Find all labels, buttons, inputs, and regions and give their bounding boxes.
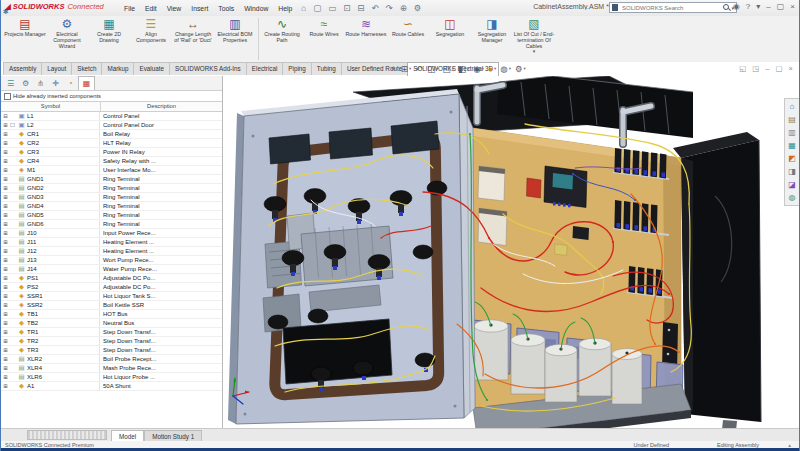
expand-icon[interactable]: ⊞ bbox=[1, 265, 10, 273]
component-row[interactable]: ⊞ ▤ XLR6 Hot Liquor Probe ... bbox=[1, 373, 222, 382]
task-home-icon[interactable]: ⌂ bbox=[790, 102, 795, 111]
projects-manager-button[interactable]: ▤ Projects Manager bbox=[4, 16, 46, 60]
expand-icon[interactable]: ⊞ bbox=[1, 382, 10, 390]
hide-show-items-icon[interactable]: ◉ ▾ bbox=[473, 64, 484, 74]
expand-icon[interactable]: ⊞ bbox=[1, 364, 10, 372]
view-palette-icon[interactable]: ▦ bbox=[788, 141, 796, 150]
route-wires-button[interactable]: ≈ Route Wires bbox=[303, 16, 345, 60]
model-tab[interactable]: Motion Study 1 bbox=[144, 430, 202, 441]
expand-icon[interactable]: ⊞ bbox=[1, 130, 10, 138]
expand-icon[interactable]: ⊞ bbox=[1, 166, 10, 174]
zoom-to-area-icon[interactable]: ⊞ ▾ bbox=[401, 64, 411, 74]
print-icon[interactable]: ⊟ bbox=[357, 3, 364, 13]
menu-item[interactable]: Window bbox=[239, 5, 273, 12]
command-tab[interactable]: Evaluate bbox=[133, 62, 170, 75]
menu-item[interactable]: Help bbox=[273, 5, 297, 12]
component-row[interactable]: ⊞ ▤ GND5 Ring Terminal bbox=[1, 211, 222, 220]
expand-icon[interactable]: ⊞ bbox=[1, 220, 10, 228]
command-tab[interactable]: Assembly bbox=[3, 62, 42, 75]
expand-icon[interactable]: ⊞ bbox=[1, 247, 10, 255]
expand-icon[interactable]: ⊞ bbox=[1, 256, 10, 264]
expand-icon[interactable]: ⊞ bbox=[1, 229, 10, 237]
menu-item[interactable]: File bbox=[119, 5, 140, 12]
electrical-bom-properties-button[interactable]: ▥ Electrical BOM Properties bbox=[214, 16, 256, 60]
section-view-icon[interactable]: ◫ ▾ bbox=[427, 64, 438, 74]
component-row[interactable]: ⊞ ▤ J10 Input Power Rece... bbox=[1, 229, 222, 238]
display-manager-tab-icon[interactable]: ◔ bbox=[63, 77, 78, 90]
expand-icon[interactable]: ⊞ bbox=[1, 274, 10, 282]
tab-scroll-handle[interactable] bbox=[27, 430, 107, 440]
component-row[interactable]: ⊞ ▤ XLR2 Boil Probe Recept... bbox=[1, 355, 222, 364]
expand-icon[interactable]: ⊞ bbox=[1, 346, 10, 354]
component-row[interactable]: ⊞ ◆ A1 50A Shunt bbox=[1, 382, 222, 391]
doc-cascade-icon[interactable]: ◱ bbox=[739, 64, 746, 73]
expand-icon[interactable]: ⊞ bbox=[1, 355, 10, 363]
component-row[interactable]: ⊞ ◈ M1 User Interface Mo... bbox=[1, 166, 222, 175]
restore-icon[interactable]: ▢ bbox=[777, 2, 785, 11]
save-icon[interactable]: ⊡ bbox=[343, 3, 350, 13]
expand-icon[interactable]: ⊞ bbox=[1, 193, 10, 201]
component-row[interactable]: ⊞ ▤ J13 Wort Pump Rece... bbox=[1, 256, 222, 265]
undo-icon[interactable]: ↶ bbox=[371, 3, 378, 13]
solidworks-resources-icon[interactable]: ◪ bbox=[788, 180, 796, 189]
component-row[interactable]: ⊞ ◆ CR4 Safety Relay with ... bbox=[1, 157, 222, 166]
menu-item[interactable]: Tools bbox=[213, 5, 239, 12]
menu-item[interactable]: Edit bbox=[140, 5, 162, 12]
expand-icon[interactable]: ⊞ bbox=[1, 319, 10, 327]
custom-properties-icon[interactable]: ◨ bbox=[788, 167, 796, 176]
command-tab[interactable]: Layout bbox=[41, 62, 72, 75]
home-icon[interactable]: ⌂ bbox=[301, 3, 306, 13]
component-row[interactable]: ⊞ ◆ CR1 Boil Relay bbox=[1, 130, 222, 139]
edit-appearance-icon[interactable]: ● ▾ bbox=[488, 64, 496, 74]
expand-icon[interactable]: ⊞ bbox=[1, 292, 10, 300]
align-components-button[interactable]: ☰ Align Components bbox=[130, 16, 172, 60]
search-input[interactable] bbox=[620, 4, 722, 12]
search-icon[interactable] bbox=[723, 4, 730, 11]
menu-item[interactable]: Insert bbox=[186, 5, 213, 12]
column-header-description[interactable]: Description bbox=[101, 102, 222, 111]
component-row[interactable]: ⊞ ▤ GND1 Ring Terminal bbox=[1, 175, 222, 184]
create-routing-path-button[interactable]: ∿ Create Routing Path bbox=[261, 16, 303, 60]
expand-icon[interactable]: ⊞ bbox=[1, 184, 10, 192]
component-row[interactable]: ⊞ ▤ XLR4 Mash Probe Rece... bbox=[1, 364, 222, 373]
rebuild-icon[interactable]: ⊕ bbox=[400, 3, 407, 13]
configuration-manager-tab-icon[interactable]: ⋔ bbox=[33, 77, 48, 90]
zoom-to-fit-icon[interactable]: ⌖ bbox=[391, 63, 397, 74]
redo-icon[interactable]: ↷ bbox=[386, 3, 393, 13]
expand-icon[interactable]: ⊞ bbox=[1, 301, 10, 309]
component-row[interactable]: ⊞ ◆ TR2 Step Down Transf... bbox=[1, 337, 222, 346]
component-row[interactable]: ⊞ ◆ CR3 Power IN Relay bbox=[1, 148, 222, 157]
component-row[interactable]: ⊞ ◆ TR3 Step Down Transf... bbox=[1, 346, 222, 355]
menu-item[interactable]: View bbox=[162, 5, 187, 12]
options-icon[interactable]: ⚙ bbox=[414, 3, 422, 13]
view-orientation-icon[interactable]: ◰ ▾ bbox=[443, 64, 454, 74]
command-tab[interactable]: Electrical bbox=[246, 62, 284, 75]
expand-icon[interactable]: ⊞ bbox=[1, 139, 10, 147]
component-row[interactable]: ⊞ ▤ GND2 Ring Terminal bbox=[1, 184, 222, 193]
property-manager-tab-icon[interactable]: ⚙ bbox=[18, 77, 33, 90]
appearances-scenes-icon[interactable]: ◩ bbox=[788, 154, 796, 163]
command-tab[interactable]: Piping bbox=[282, 62, 312, 75]
component-row[interactable]: ⊞ ▤ J14 Water Pump Rece... bbox=[1, 265, 222, 274]
component-row[interactable]: ⊞ ▤ J11 Heating Element ... bbox=[1, 238, 222, 247]
expand-icon[interactable]: ⊟ bbox=[1, 112, 10, 120]
create-2d-drawing-button[interactable]: ▦ Create 2D Drawing bbox=[88, 16, 130, 60]
component-row[interactable]: ⊞ ◈ SSR2 Boil Kettle SSR bbox=[1, 301, 222, 310]
doc-close-icon[interactable]: × bbox=[789, 64, 793, 73]
expand-icon[interactable]: ⊞ bbox=[1, 328, 10, 336]
feature-manager-tab-icon[interactable]: ☰ bbox=[3, 77, 18, 90]
expand-icon[interactable]: ⊞ bbox=[1, 202, 10, 210]
expand-icon[interactable]: ⊞ bbox=[1, 175, 10, 183]
expand-icon[interactable]: ⊞ bbox=[1, 373, 10, 381]
doc-restore-icon[interactable]: ▢ bbox=[776, 64, 783, 73]
search-box[interactable]: ▾ bbox=[609, 2, 737, 13]
component-row[interactable]: ⊞ ▤ J12 Heating Element ... bbox=[1, 247, 222, 256]
command-tab[interactable]: Tubing bbox=[311, 62, 342, 75]
dimxpert-manager-tab-icon[interactable]: ✛ bbox=[48, 77, 63, 90]
expand-icon[interactable]: ⊞ bbox=[1, 310, 10, 318]
expand-icon[interactable]: ⊞ bbox=[1, 157, 10, 165]
component-row[interactable]: ⊞ ☐ ▣ L2 Control Panel Door bbox=[1, 121, 222, 130]
component-row[interactable]: ⊞ ◆ PS1 Adjustable DC Po... bbox=[1, 274, 222, 283]
route-harnesses-button[interactable]: ≋ Route Harnesses bbox=[345, 16, 387, 60]
component-row[interactable]: ⊞ ◈ SSR1 Hot Liquor Tank S... bbox=[1, 292, 222, 301]
